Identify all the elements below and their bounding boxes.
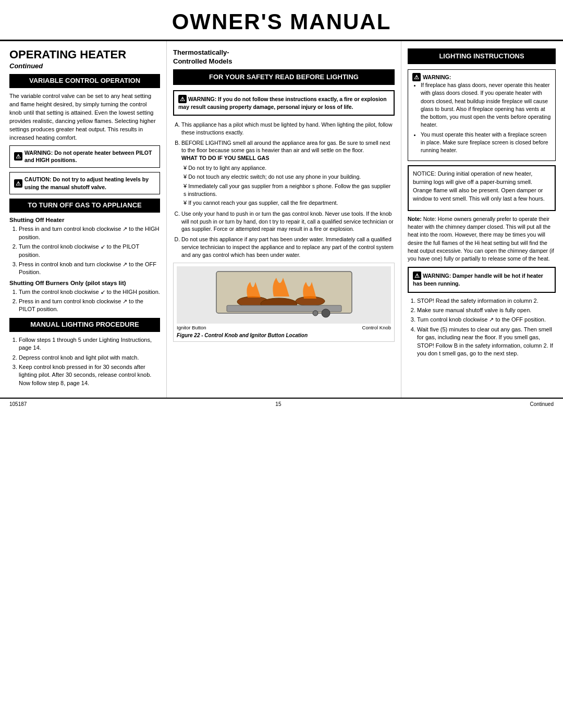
page: OWNER'S MANUAL OPERATING HEATER Continue… (0, 0, 563, 728)
warning-damper-box: ⚠ WARNING: Damper handle will be hot if … (408, 267, 556, 292)
warning-damper-icon: ⚠ (413, 272, 421, 280)
operating-heater-title: OPERATING HEATER (9, 48, 160, 61)
warning-main-icon: ⚠ (178, 95, 187, 103)
svg-point-5 (322, 309, 330, 317)
list-item: Keep control knob pressed in for 30 seco… (19, 363, 160, 387)
figure-image (177, 266, 391, 324)
lighting-steps-list: STOP! Read the safety information in col… (408, 297, 556, 358)
figure-container: Ignitor Button Control Knob Figure 22 - … (173, 263, 395, 342)
footer-continued: Continued (530, 401, 554, 407)
list-item: Press in and turn control knob clockwise… (19, 298, 160, 314)
manual-left-bar (9, 318, 18, 332)
warning-glass-box: ⚠ WARNING: If fireplace has glass doors,… (408, 69, 556, 161)
lighting-instructions-header: LIGHTING INSTRUCTIONS (408, 48, 556, 64)
warning-text: WARNING: Do not operate heater between P… (25, 149, 155, 164)
footer-part-number: 105187 (9, 401, 27, 407)
left-black-bar (9, 74, 18, 88)
manual-lighting-list: Follow steps 1 through 5 under Lighting … (9, 336, 160, 387)
list-item: Depress control knob and light pilot wit… (19, 354, 160, 362)
warning-glass-list: If fireplace has glass doors, never oper… (412, 81, 551, 154)
variable-control-body: The variable control valve can be set to… (9, 92, 160, 142)
list-item: If fireplace has glass doors, never oper… (421, 81, 551, 129)
list-item: If you cannot reach your gas supplier, c… (183, 199, 395, 207)
smell-gas-list: Do not try to light any appliance. Do no… (181, 164, 395, 207)
safety-left-bar (173, 69, 181, 85)
lighting-right-bar (547, 48, 556, 64)
lighting-left-bar (408, 48, 416, 64)
page-title: OWNER'S MANUAL (0, 9, 563, 34)
list-item: Press in control knob and turn clockwise… (19, 261, 160, 277)
safety-right-bar (386, 69, 395, 85)
warning-main-box: ⚠ WARNING: If you do not follow these in… (173, 90, 395, 116)
warning-glass-icon: ⚠ (412, 73, 421, 81)
caution-icon: ⚠ (14, 179, 22, 188)
list-item: BEFORE LIGHTING smell all around the app… (181, 139, 395, 207)
right-black-bar (152, 74, 160, 88)
list-item: Turn the control knob clockwise ↙ to the… (19, 288, 160, 296)
turn-off-left-bar (9, 199, 18, 213)
page-header: OWNER'S MANUAL (0, 0, 563, 41)
list-item: Turn control knob clockwise ↗ to the OFF… (417, 316, 556, 324)
list-item: Press in and turn control knob clockwise… (19, 225, 160, 241)
abc-instructions-list: This appliance has a pilot which must be… (173, 121, 395, 258)
heater-diagram-svg (211, 266, 357, 324)
column-middle: Thermostatically- Controlled Models FOR … (167, 41, 401, 398)
turn-off-gas-header: TO TURN OFF GAS TO APPLIANCE (9, 199, 160, 213)
caution-box: ⚠ CAUTION: Do not try to adjust heating … (9, 172, 160, 194)
variable-control-title: VARIABLE CONTROL OPERATION (18, 74, 152, 88)
caution-text: CAUTION: Do not try to adjust heating le… (25, 176, 155, 191)
warning-box-pilot-high: ⚠ WARNING: Do not operate heater between… (9, 145, 160, 168)
variable-control-header: VARIABLE CONTROL OPERATION (9, 74, 160, 88)
list-item: Wait five (5) minutes to clear out any g… (417, 326, 556, 358)
column-right: LIGHTING INSTRUCTIONS ⚠ WARNING: If fire… (401, 41, 563, 398)
caution-title: ⚠ CAUTION: Do not try to adjust heating … (14, 176, 155, 191)
warning-title: ⚠ WARNING: Do not operate heater between… (14, 149, 155, 164)
thermostatically-title: Thermostatically- Controlled Models (173, 48, 395, 66)
list-item: This appliance has a pilot which must be… (181, 121, 395, 136)
list-item: You must operate this heater with a fire… (421, 131, 551, 155)
ignitor-button-label: Ignitor Button (177, 325, 206, 330)
svg-point-6 (313, 311, 318, 316)
shutting-off-burners-list: Turn the control knob clockwise ↙ to the… (9, 288, 160, 314)
turn-off-right-bar (152, 199, 160, 213)
note-body: Note: Home owners generally prefer to op… (408, 216, 554, 262)
notice-box: NOTICE: During initial operation of new … (408, 165, 556, 211)
list-item: Turn the control knob clockwise ↙ to the… (19, 243, 160, 259)
list-item: Make sure manual shutoff valve is fully … (417, 306, 556, 314)
lighting-instructions-title: LIGHTING INSTRUCTIONS (416, 48, 547, 64)
control-knob-label: Control Knob (362, 325, 391, 330)
column-left: OPERATING HEATER Continued VARIABLE CONT… (0, 41, 167, 398)
smell-gas-heading: WHAT TO DO IF YOU SMELL GAS (181, 154, 395, 162)
for-safety-header: FOR YOUR SAFETY READ BEFORE LIGHTING (173, 69, 395, 85)
note-text: Note: Note: Home owners generally prefer… (408, 215, 556, 263)
for-safety-title: FOR YOUR SAFETY READ BEFORE LIGHTING (181, 69, 386, 85)
manual-lighting-title: MANUAL LIGHTING PROCEDURE (18, 318, 152, 332)
main-content: OPERATING HEATER Continued VARIABLE CONT… (0, 41, 563, 398)
list-item: Do not touch any electric switch; do not… (183, 173, 395, 181)
manual-lighting-header: MANUAL LIGHTING PROCEDURE (9, 318, 160, 332)
note-label: Note: (408, 216, 422, 222)
list-item: STOP! Read the safety information in col… (417, 297, 556, 305)
list-item: Immediately call your gas supplier from … (183, 182, 395, 198)
list-item: Follow steps 1 through 5 under Lighting … (19, 336, 160, 352)
shutting-off-heater-heading: Shutting Off Heater (9, 217, 160, 223)
notice-text: NOTICE: During initial operation of new … (413, 170, 550, 203)
warning-icon: ⚠ (14, 152, 22, 161)
continued-label: Continued (9, 62, 160, 70)
warning-main-text: WARNING: If you do not follow these inst… (178, 96, 387, 110)
footer-page-number: 15 (275, 401, 281, 407)
figure-labels: Ignitor Button Control Knob (177, 325, 391, 330)
list-item: Use only your hand to push in or turn th… (181, 210, 395, 233)
shutting-off-heater-list: Press in and turn control knob clockwise… (9, 225, 160, 276)
page-footer: 105187 15 Continued (0, 398, 563, 410)
warning-glass-title: ⚠ WARNING: (412, 73, 551, 81)
turn-off-gas-title: TO TURN OFF GAS TO APPLIANCE (18, 199, 152, 213)
list-item: Do not use this appliance if any part ha… (181, 236, 395, 258)
warning-damper-text: WARNING: Damper handle will be hot if he… (413, 273, 543, 287)
list-item: Do not try to light any appliance. (183, 164, 395, 172)
manual-right-bar (152, 318, 160, 332)
figure-caption: Figure 22 - Control Knob and Ignitor But… (177, 332, 391, 338)
shutting-off-burners-heading: Shutting Off Burners Only (pilot stays l… (9, 280, 160, 286)
